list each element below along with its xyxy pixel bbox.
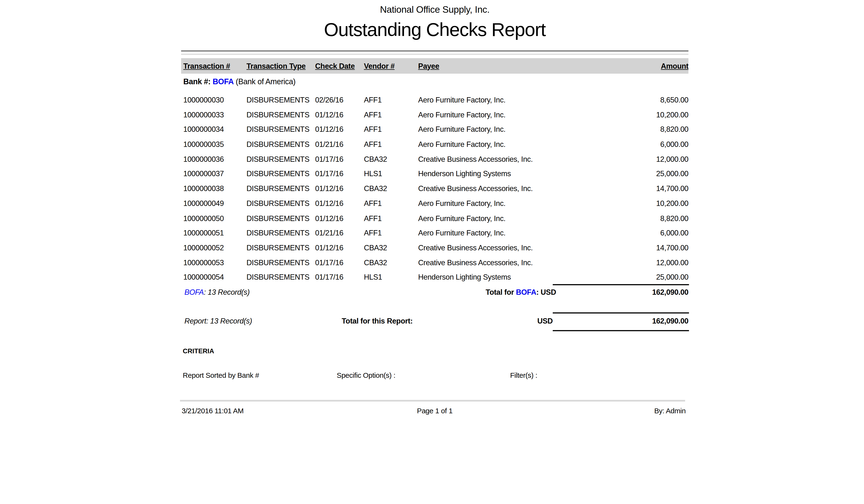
column-header-vendor[interactable]: Vendor # [364,62,418,70]
page-title: Outstanding Checks Report [181,19,688,40]
report-total-rule-top [553,312,689,314]
cell-payee: Creative Business Accessories, Inc. [418,184,600,193]
cell-check-date: 01/12/16 [315,214,364,223]
footer: 3/21/2016 11:01 AM Page 1 of 1 By: Admin [181,407,688,417]
cell-payee: Aero Furniture Factory, Inc. [418,96,600,104]
cell-check-date: 01/21/16 [315,140,364,148]
cell-transaction-type: DISBURSEMENTS [247,214,315,223]
column-header-transaction[interactable]: Transaction # [183,62,247,70]
cell-check-date: 01/17/16 [315,259,364,267]
cell-transaction: 1000000054 [183,273,247,282]
bank-total-amount: 162,090.00 [181,288,688,296]
cell-vendor: AFF1 [364,229,418,237]
table-row: 1000000036 DISBURSEMENTS 01/17/16 CBA32 … [183,152,688,167]
cell-transaction-type: DISBURSEMENTS [247,96,315,104]
cell-vendor: AFF1 [364,200,418,208]
cell-transaction: 1000000030 [183,96,247,104]
cell-transaction: 1000000049 [183,200,247,208]
cell-payee: Aero Furniture Factory, Inc. [418,229,600,237]
cell-transaction-type: DISBURSEMENTS [247,155,315,164]
table-header: Transaction # Transaction Type Check Dat… [181,58,688,74]
cell-payee: Henderson Lighting Systems [418,273,600,282]
cell-amount: 6,000.00 [600,229,688,237]
table-row: 1000000030 DISBURSEMENTS 02/26/16 AFF1 A… [183,93,688,107]
cell-vendor: HLS1 [364,273,418,282]
cell-payee: Creative Business Accessories, Inc. [418,243,600,252]
cell-transaction-type: DISBURSEMENTS [247,259,315,267]
title-divider-light [181,54,688,55]
report-total-amount: 162,090.00 [181,317,688,325]
cell-amount: 12,000.00 [600,259,688,267]
outstanding-checks-table: 1000000030 DISBURSEMENTS 02/26/16 AFF1 A… [181,93,688,285]
column-header-check-date[interactable]: Check Date [315,62,364,70]
criteria-heading: CRITERIA [183,347,214,355]
cell-amount: 14,700.00 [600,184,688,193]
cell-transaction-type: DISBURSEMENTS [247,170,315,178]
cell-check-date: 02/26/16 [315,96,364,104]
column-header-payee[interactable]: Payee [418,62,600,70]
cell-transaction: 1000000036 [183,155,247,164]
cell-transaction: 1000000038 [183,184,247,193]
table-row: 1000000054 DISBURSEMENTS 01/17/16 HLS1 H… [183,270,688,285]
cell-check-date: 01/12/16 [315,243,364,252]
cell-transaction-type: DISBURSEMENTS [247,200,315,208]
cell-payee: Aero Furniture Factory, Inc. [418,111,600,119]
cell-check-date: 01/17/16 [315,273,364,282]
cell-vendor: AFF1 [364,111,418,119]
cell-check-date: 01/17/16 [315,170,364,178]
cell-amount: 10,200.00 [600,200,688,208]
cell-amount: 8,820.00 [600,214,688,223]
cell-amount: 25,000.00 [600,170,688,178]
cell-amount: 6,000.00 [600,140,688,148]
cell-payee: Aero Furniture Factory, Inc. [418,140,600,148]
cell-transaction-type: DISBURSEMENTS [247,273,315,282]
table-row: 1000000033 DISBURSEMENTS 01/12/16 AFF1 A… [183,107,688,122]
table-row: 1000000050 DISBURSEMENTS 01/12/16 AFF1 A… [183,211,688,226]
cell-payee: Creative Business Accessories, Inc. [418,259,600,267]
cell-amount: 8,820.00 [600,125,688,134]
bank-total-row: BOFA: 13 Record(s) Total for BOFA: USD 1… [181,288,688,299]
cell-vendor: CBA32 [364,184,418,193]
cell-transaction: 1000000034 [183,125,247,134]
cell-vendor: AFF1 [364,125,418,134]
bank-group-label: Bank #: [183,77,211,86]
cell-amount: 8,650.00 [600,96,688,104]
cell-check-date: 01/21/16 [315,229,364,237]
table-row: 1000000035 DISBURSEMENTS 01/21/16 AFF1 A… [183,137,688,152]
cell-transaction-type: DISBURSEMENTS [247,184,315,193]
cell-transaction: 1000000037 [183,170,247,178]
cell-check-date: 01/12/16 [315,200,364,208]
report-page: National Office Supply, Inc. Outstanding… [0,0,864,504]
bank-group-header: Bank #: BOFA (Bank of America) [183,77,296,86]
cell-amount: 10,200.00 [600,111,688,119]
cell-vendor: CBA32 [364,155,418,164]
cell-transaction: 1000000051 [183,229,247,237]
bank-name: (Bank of America) [236,77,296,86]
criteria-row: Report Sorted by Bank # Specific Option(… [181,371,688,381]
cell-vendor: HLS1 [364,170,418,178]
footer-divider [180,400,685,401]
bank-subtotal-rule [553,284,689,285]
footer-user: By: Admin [181,407,686,415]
cell-vendor: AFF1 [364,214,418,223]
table-row: 1000000049 DISBURSEMENTS 01/12/16 AFF1 A… [183,196,688,211]
cell-payee: Henderson Lighting Systems [418,170,600,178]
bank-code-link[interactable]: BOFA [213,77,234,86]
cell-amount: 14,700.00 [600,243,688,252]
cell-amount: 25,000.00 [600,273,688,282]
cell-payee: Aero Furniture Factory, Inc. [418,125,600,134]
cell-transaction-type: DISBURSEMENTS [247,140,315,148]
cell-check-date: 01/12/16 [315,125,364,134]
criteria-specific-options-label: Specific Option(s) : [337,371,395,380]
criteria-filters-label: Filter(s) : [510,371,537,380]
cell-transaction-type: DISBURSEMENTS [247,243,315,252]
column-header-transaction-type[interactable]: Transaction Type [247,62,315,70]
cell-transaction: 1000000033 [183,111,247,119]
report-viewport: National Office Supply, Inc. Outstanding… [0,0,864,504]
cell-payee: Aero Furniture Factory, Inc. [418,200,600,208]
cell-transaction: 1000000035 [183,140,247,148]
report-total-rule-bottom [553,330,689,331]
title-divider-dark [181,50,688,51]
criteria-sorted-by: Report Sorted by Bank # [183,371,259,380]
column-header-amount[interactable]: Amount [600,62,688,70]
